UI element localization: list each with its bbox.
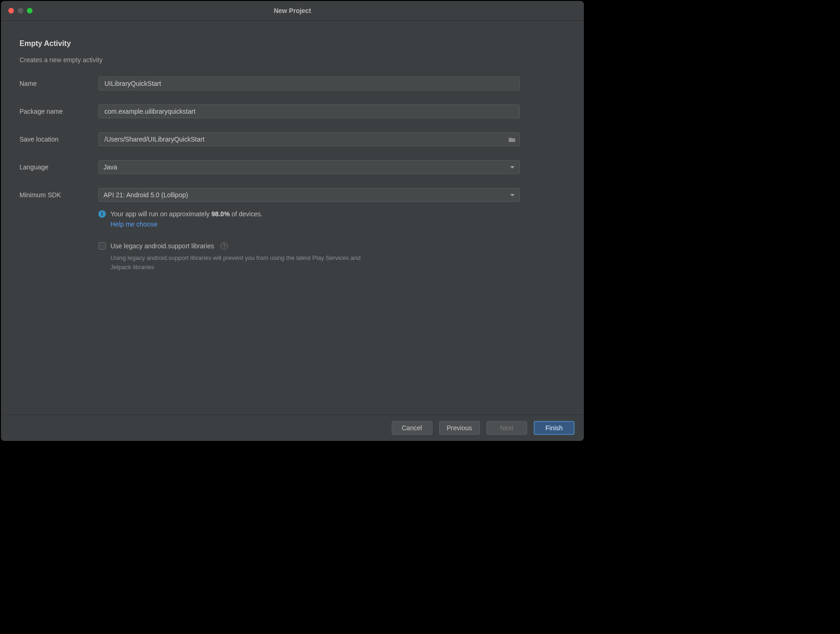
- name-input[interactable]: [103, 79, 515, 88]
- min-sdk-selected-value: API 21: Android 5.0 (Lollipop): [103, 191, 188, 199]
- dialog-footer: Cancel Previous Next Finish: [1, 414, 584, 441]
- next-button: Next: [486, 421, 527, 435]
- save-location-input[interactable]: [103, 135, 505, 143]
- row-device-coverage: i Your app will run on approximately 98.…: [19, 210, 565, 228]
- row-min-sdk: Minimum SDK API 21: Android 5.0 (Lollipo…: [19, 188, 565, 202]
- page-title: Empty Activity: [19, 39, 565, 48]
- chevron-down-icon: [510, 166, 515, 168]
- language-select[interactable]: Java: [98, 160, 520, 174]
- row-legacy-libs: Use legacy android.support libraries ? U…: [19, 242, 565, 272]
- dialog-content: Empty Activity Creates a new empty activ…: [1, 21, 584, 414]
- window-controls: [1, 8, 32, 13]
- window-title: New Project: [1, 7, 584, 14]
- help-me-choose-link[interactable]: Help me choose: [110, 220, 157, 228]
- min-sdk-select[interactable]: API 21: Android 5.0 (Lollipop): [98, 188, 520, 202]
- legacy-desc: Using legacy android.support libraries w…: [110, 253, 370, 272]
- row-name: Name: [19, 77, 565, 91]
- save-location-field-container: [98, 132, 520, 146]
- previous-button[interactable]: Previous: [439, 421, 480, 435]
- legacy-checkbox[interactable]: [98, 242, 106, 250]
- label-min-sdk: Minimum SDK: [19, 191, 98, 199]
- label-name: Name: [19, 80, 98, 87]
- package-field-container: [98, 104, 520, 118]
- chevron-down-icon: [510, 194, 515, 196]
- titlebar: New Project: [1, 1, 584, 21]
- coverage-percent: 98.0%: [211, 210, 230, 218]
- minimize-window-button[interactable]: [18, 8, 23, 13]
- row-save-location: Save location: [19, 132, 565, 146]
- new-project-dialog: New Project Empty Activity Creates a new…: [1, 1, 584, 441]
- help-icon[interactable]: ?: [220, 242, 228, 250]
- coverage-prefix: Your app will run on approximately: [110, 210, 211, 218]
- label-save-location: Save location: [19, 136, 98, 143]
- coverage-suffix: of devices.: [230, 210, 263, 218]
- page-subtitle: Creates a new empty activity: [19, 56, 565, 64]
- device-coverage-text: i Your app will run on approximately 98.…: [98, 210, 520, 218]
- cancel-button[interactable]: Cancel: [392, 421, 433, 435]
- info-icon: i: [98, 210, 106, 218]
- name-field-container: [98, 77, 520, 91]
- browse-folder-icon[interactable]: [508, 136, 516, 142]
- zoom-window-button[interactable]: [27, 8, 32, 13]
- legacy-checkbox-label: Use legacy android.support libraries: [110, 242, 214, 250]
- row-package: Package name: [19, 104, 565, 118]
- package-input[interactable]: [103, 107, 515, 116]
- language-selected-value: Java: [103, 163, 117, 171]
- label-language: Language: [19, 163, 98, 171]
- label-package: Package name: [19, 108, 98, 115]
- close-window-button[interactable]: [8, 8, 14, 13]
- finish-button[interactable]: Finish: [534, 421, 575, 435]
- row-language: Language Java: [19, 160, 565, 174]
